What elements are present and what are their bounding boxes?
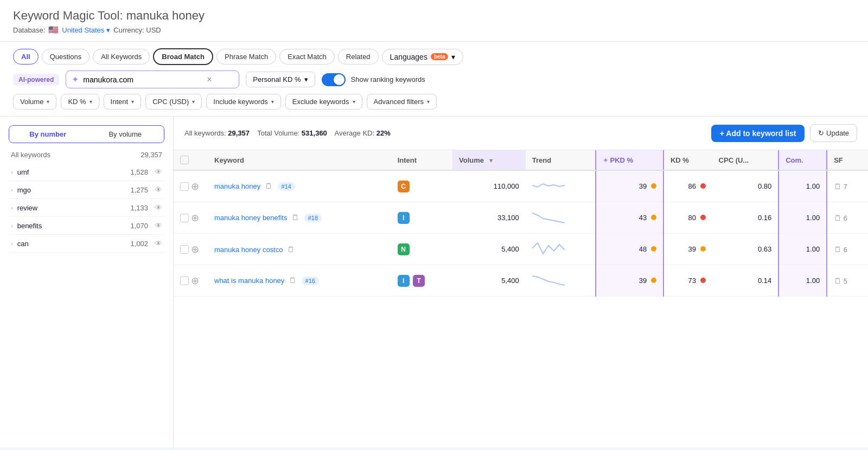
- chevron-down-icon: ▾: [353, 99, 355, 105]
- row-volume-cell: 110,000: [452, 170, 526, 202]
- row-pkd-cell: 48: [596, 234, 663, 265]
- sparkle-icon: ✦: [603, 157, 608, 164]
- languages-label: Languages: [390, 53, 427, 61]
- tab-all[interactable]: All: [13, 49, 39, 65]
- row-checkbox-cell: ⊕: [174, 265, 208, 297]
- sidebar-item-review[interactable]: › review 1,133 👁: [9, 199, 164, 217]
- update-button[interactable]: ↻ Update: [810, 124, 857, 142]
- ranking-toggle[interactable]: [322, 73, 346, 86]
- beta-badge: beta: [431, 53, 449, 60]
- tab-questions[interactable]: Questions: [42, 49, 90, 65]
- eye-icon[interactable]: 👁: [155, 239, 162, 248]
- filter-include-keywords[interactable]: Include keywords ▾: [206, 94, 280, 110]
- sort-by-volume[interactable]: By volume: [87, 126, 164, 143]
- eye-icon[interactable]: 👁: [155, 221, 162, 230]
- add-to-list-icon[interactable]: ⊕: [191, 181, 199, 192]
- row-kd-cell: 80: [663, 202, 712, 234]
- row-volume-cell: 33,100: [452, 202, 526, 234]
- sort-by-number[interactable]: By number: [9, 126, 87, 143]
- row-intent-cell: N: [391, 234, 452, 265]
- eye-icon[interactable]: 👁: [155, 168, 162, 176]
- add-to-list-icon[interactable]: ⊕: [191, 212, 199, 224]
- filter-intent[interactable]: Intent ▾: [104, 94, 142, 110]
- select-all-checkbox[interactable]: [180, 156, 189, 164]
- chevron-right-icon: ›: [11, 169, 13, 175]
- pkd-button[interactable]: Personal KD % ▾: [246, 72, 315, 87]
- row-checkbox-cell: ⊕: [174, 202, 208, 234]
- toggle-label: Show ranking keywords: [351, 75, 425, 83]
- filter-exclude-keywords[interactable]: Exclude keywords ▾: [285, 94, 362, 110]
- intent-badge-i: I: [398, 275, 410, 287]
- row-checkbox[interactable]: [180, 214, 189, 222]
- all-keywords-count: 29,357: [228, 129, 250, 137]
- languages-tab[interactable]: Languages beta ▾: [382, 49, 464, 65]
- add-to-list-icon[interactable]: ⊕: [191, 243, 199, 255]
- ai-badge: AI-powered: [13, 74, 59, 86]
- col-sf: SF: [827, 150, 868, 170]
- filter-volume[interactable]: Volume ▾: [13, 94, 56, 110]
- eye-icon[interactable]: 👁: [155, 203, 162, 212]
- filter-advanced[interactable]: Advanced filters ▾: [367, 94, 437, 110]
- row-checkbox[interactable]: [180, 182, 189, 191]
- keyword-link[interactable]: manuka honey: [214, 182, 260, 190]
- chevron-down-icon: ▾: [131, 99, 134, 105]
- domain-input[interactable]: [83, 75, 202, 84]
- sf-page-icon: 🗒: [834, 277, 841, 285]
- chevron-right-icon: ›: [11, 204, 13, 211]
- avg-kd-value: 22%: [376, 129, 391, 137]
- keyword-link[interactable]: manuka honey benefits: [214, 214, 287, 222]
- subtitle: Database: 🇺🇸 United States ▾ Currency: U…: [13, 25, 855, 35]
- filter-cpc[interactable]: CPC (USD) ▾: [145, 94, 202, 110]
- row-cpc-cell: 0.80: [712, 170, 779, 202]
- add-to-keyword-list-button[interactable]: + Add to keyword list: [711, 125, 805, 142]
- keyword-link[interactable]: what is manuka honey: [214, 277, 284, 285]
- rank-badge: #18: [304, 214, 322, 222]
- filter-kd[interactable]: KD % ▾: [61, 94, 99, 110]
- col-cpc: CPC (U...: [712, 150, 779, 170]
- keyword-link[interactable]: manuka honey costco: [214, 246, 283, 254]
- toggle-knob: [334, 74, 344, 85]
- add-to-list-icon[interactable]: ⊕: [191, 275, 199, 287]
- sf-value: 6: [844, 214, 847, 222]
- kd-dot: [700, 215, 706, 220]
- pkd-label: Personal KD %: [253, 75, 301, 83]
- row-volume-cell: 5,400: [452, 265, 526, 297]
- row-intent-cell: I T: [391, 265, 452, 297]
- chevron-down-icon: ▾: [271, 99, 274, 105]
- eye-icon[interactable]: 👁: [155, 185, 162, 194]
- intent-badge-t: T: [413, 275, 425, 287]
- kd-dot: [700, 246, 706, 252]
- sidebar-item-can[interactable]: › can 1,002 👁: [9, 235, 164, 253]
- tab-broad-match[interactable]: Broad Match: [153, 48, 213, 65]
- col-trend: Trend: [526, 150, 596, 170]
- clear-icon[interactable]: ×: [207, 75, 212, 85]
- chevron-down-icon: ▾: [47, 99, 49, 105]
- row-trend-cell: [526, 170, 596, 202]
- chevron-right-icon: ›: [11, 240, 13, 247]
- page-icon: 🗒: [287, 245, 295, 254]
- sidebar-item-label: benefits: [17, 222, 126, 230]
- rank-badge: #16: [302, 277, 319, 285]
- tab-related[interactable]: Related: [338, 49, 379, 65]
- filter-advanced-label: Advanced filters: [374, 98, 424, 106]
- row-com-cell: 1.00: [778, 234, 827, 265]
- ai-row: AI-powered ✦ × Personal KD % ▾ Show rank…: [13, 70, 855, 88]
- sidebar-item-umf[interactable]: › umf 1,528 👁: [9, 163, 164, 181]
- sidebar-item-benefits[interactable]: › benefits 1,070 👁: [9, 217, 164, 235]
- col-volume[interactable]: Volume ▼: [452, 150, 526, 170]
- tab-exact-match[interactable]: Exact Match: [279, 49, 335, 65]
- tab-phrase-match[interactable]: Phrase Match: [216, 49, 276, 65]
- country-selector[interactable]: United States ▾: [62, 26, 110, 34]
- col-pkd[interactable]: ✦ PKD %: [596, 150, 663, 170]
- sparkle-icon: ✦: [72, 74, 79, 85]
- kd-value: 86: [688, 182, 696, 190]
- row-checkbox[interactable]: [180, 245, 189, 254]
- filter-include-label: Include keywords: [213, 98, 267, 106]
- row-checkbox[interactable]: [180, 277, 189, 285]
- tab-all-keywords[interactable]: All Keywords: [93, 49, 150, 65]
- row-kd-cell: 86: [663, 170, 712, 202]
- col-kd[interactable]: KD %: [663, 150, 712, 170]
- sidebar-item-mgo[interactable]: › mgo 1,275 👁: [9, 181, 164, 199]
- sf-page-icon: 🗒: [834, 214, 841, 222]
- row-keyword-cell: manuka honey costco 🗒: [208, 234, 391, 265]
